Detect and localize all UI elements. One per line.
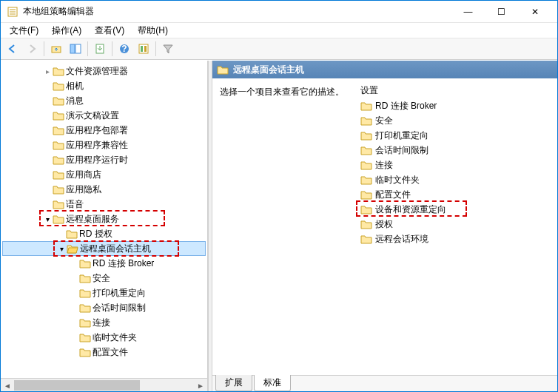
tree-item-label: RD 连接 Broker xyxy=(93,257,154,270)
tree-item-label: 打印机重定向 xyxy=(93,287,146,300)
list-item[interactable]: 会话时间限制 xyxy=(357,143,553,158)
folder-icon xyxy=(79,317,91,328)
back-button[interactable] xyxy=(4,40,21,58)
folder-icon xyxy=(360,159,372,171)
horizontal-scrollbar[interactable]: ◄ ► xyxy=(1,378,207,391)
no-toggle xyxy=(42,81,53,91)
no-toggle xyxy=(42,199,53,209)
folder-icon xyxy=(53,213,64,225)
folder-icon xyxy=(79,257,91,269)
folder-icon xyxy=(66,228,78,240)
svg-rect-8 xyxy=(141,46,143,52)
no-toggle xyxy=(69,303,79,313)
tree-item[interactable]: 配置文件 xyxy=(2,345,206,359)
tree-item-label: 会话时间限制 xyxy=(93,302,146,314)
detail-header-label: 远程桌面会话主机 xyxy=(233,64,304,76)
filter-button[interactable] xyxy=(159,40,177,58)
expand-icon[interactable]: ▸ xyxy=(42,66,53,76)
folder-icon xyxy=(53,109,64,121)
menu-view[interactable]: 查看(V) xyxy=(89,23,130,38)
tree-view[interactable]: ▸文件资源管理器相机消息演示文稿设置应用程序包部署应用程序兼容性应用程序运行时应… xyxy=(1,61,207,378)
tree-item[interactable]: 应用程序兼容性 xyxy=(2,138,206,152)
scroll-left-arrow[interactable]: ◄ xyxy=(1,379,14,391)
tab-extended[interactable]: 扩展 xyxy=(215,375,252,391)
no-toggle xyxy=(69,317,79,328)
tree-item[interactable]: RD 连接 Broker xyxy=(2,256,206,271)
folder-icon xyxy=(79,302,91,314)
export-button[interactable] xyxy=(91,40,109,58)
menu-help[interactable]: 帮助(H) xyxy=(132,23,174,38)
list-item-label: 打印机重定向 xyxy=(375,129,428,142)
tree-item[interactable]: 打印机重定向 xyxy=(2,285,206,300)
description-text: 选择一个项目来查看它的描述。 xyxy=(220,87,344,97)
maximize-button[interactable]: ☐ xyxy=(485,1,518,23)
tree-item[interactable]: RD 授权 xyxy=(2,226,206,241)
tree-item[interactable]: 应用隐私 xyxy=(2,182,206,197)
separator xyxy=(44,41,44,56)
tree-item[interactable]: ▸文件资源管理器 xyxy=(2,64,206,78)
folder-icon xyxy=(53,80,64,92)
no-toggle xyxy=(42,110,53,121)
folder-icon xyxy=(360,174,372,186)
up-button[interactable] xyxy=(47,40,65,58)
tree-item-label: 应用程序包部署 xyxy=(66,124,128,137)
list-item[interactable]: 远程会话环境 xyxy=(357,232,553,246)
list-item[interactable]: 连接 xyxy=(357,158,553,172)
tree-item[interactable]: 安全 xyxy=(2,271,206,285)
list-item-label: 会话时间限制 xyxy=(375,144,428,157)
tree-item-label: 安全 xyxy=(93,272,110,285)
menu-action[interactable]: 操作(A) xyxy=(46,23,87,38)
list-item[interactable]: 配置文件 xyxy=(357,187,553,202)
tree-item[interactable]: 消息 xyxy=(2,93,206,108)
back-arrow-icon xyxy=(7,43,19,55)
list-item[interactable]: 设备和资源重定向 xyxy=(357,202,553,217)
tree-item-label: 消息 xyxy=(66,95,84,107)
maximize-icon: ☐ xyxy=(497,7,505,17)
list-item-label: 配置文件 xyxy=(375,189,411,201)
tree-item[interactable]: 语音 xyxy=(2,197,206,212)
tree-item-label: RD 授权 xyxy=(79,228,112,240)
tree-item[interactable]: 演示文稿设置 xyxy=(2,108,206,123)
folder-icon xyxy=(360,233,372,245)
tree-item[interactable]: 临时文件夹 xyxy=(2,330,206,345)
list-item[interactable]: 安全 xyxy=(357,113,553,128)
collapse-icon[interactable]: ▾ xyxy=(42,214,53,224)
folder-icon xyxy=(360,129,372,141)
list-header-settings[interactable]: 设置 xyxy=(357,83,553,98)
list-item[interactable]: 打印机重定向 xyxy=(357,128,553,143)
tree-item[interactable]: 连接 xyxy=(2,315,206,330)
tree-item[interactable]: 应用商店 xyxy=(2,167,206,182)
scroll-right-arrow[interactable]: ► xyxy=(194,379,207,391)
tree-item[interactable]: 相机 xyxy=(2,78,206,93)
tree-item[interactable]: ▾远程桌面服务 xyxy=(2,212,206,226)
close-button[interactable]: ✕ xyxy=(518,1,551,23)
collapse-icon[interactable]: ▾ xyxy=(56,243,67,254)
scroll-thumb[interactable] xyxy=(14,380,140,391)
policy-button[interactable] xyxy=(135,40,152,58)
menu-file[interactable]: 文件(F) xyxy=(4,23,44,38)
titlebar: 本地组策略编辑器 — ☐ ✕ xyxy=(1,1,557,23)
no-toggle xyxy=(42,169,53,180)
forward-button[interactable] xyxy=(23,40,41,58)
tree-item-label: 应用程序兼容性 xyxy=(66,139,128,152)
tab-standard[interactable]: 标准 xyxy=(254,375,291,391)
tree-item[interactable]: 会话时间限制 xyxy=(2,300,206,315)
tree-item-label: 远程桌面会话主机 xyxy=(80,243,151,255)
svg-rect-2 xyxy=(70,44,75,53)
list-item[interactable]: 授权 xyxy=(357,217,553,232)
no-toggle xyxy=(69,332,79,342)
no-toggle xyxy=(42,95,53,106)
list-item[interactable]: 临时文件夹 xyxy=(357,172,553,187)
folder-icon xyxy=(53,139,64,151)
list-item[interactable]: RD 连接 Broker xyxy=(357,98,553,113)
tree-item[interactable]: ▾远程桌面会话主机 xyxy=(2,241,206,256)
show-hide-tree-button[interactable] xyxy=(67,40,84,58)
settings-list[interactable]: 设置 RD 连接 Broker安全打印机重定向会话时间限制连接临时文件夹配置文件… xyxy=(357,83,553,371)
no-toggle xyxy=(42,155,53,165)
minimize-button[interactable]: — xyxy=(451,1,485,23)
tree-item-label: 演示文稿设置 xyxy=(66,109,119,122)
tree-item[interactable]: 应用程序包部署 xyxy=(2,123,206,138)
tree-item[interactable]: 应用程序运行时 xyxy=(2,152,206,167)
help-button[interactable]: ? xyxy=(115,40,133,58)
tree-item-label: 文件资源管理器 xyxy=(66,65,128,78)
